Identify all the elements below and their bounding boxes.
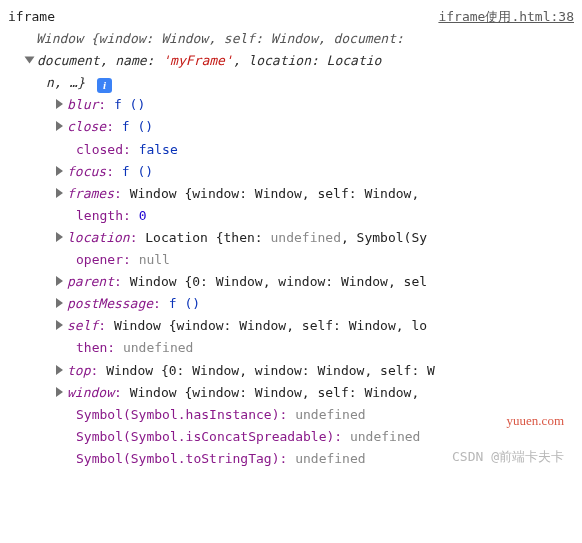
prop-row[interactable]: location: Location {then: undefined, Sym…: [8, 227, 574, 249]
chevron-down-icon[interactable]: [25, 57, 35, 64]
info-icon[interactable]: i: [97, 78, 112, 93]
chevron-right-icon: [56, 232, 63, 242]
chevron-right-icon: [56, 121, 63, 131]
watermark-text: CSDN @前端卡夫卡: [452, 446, 564, 468]
prop-row[interactable]: postMessage: f (): [8, 293, 574, 315]
chevron-right-icon: [56, 365, 63, 375]
prop-row[interactable]: window: Window {window: Window, self: Wi…: [8, 382, 574, 404]
prop-row: then: undefined: [8, 337, 574, 359]
watermark-text: yuuen.com: [507, 410, 564, 432]
chevron-right-icon: [56, 298, 63, 308]
object-preview-line1: Window {window: Window, self: Window, do…: [8, 28, 574, 50]
prop-row[interactable]: frames: Window {window: Window, self: Wi…: [8, 183, 574, 205]
chevron-right-icon: [56, 387, 63, 397]
prop-row[interactable]: blur: f (): [8, 94, 574, 116]
prop-row[interactable]: close: f (): [8, 116, 574, 138]
source-link[interactable]: iframe使用.html:38: [438, 6, 574, 28]
log-label: iframe: [8, 6, 55, 28]
chevron-right-icon: [56, 276, 63, 286]
prop-row: length: 0: [8, 205, 574, 227]
prop-row: Symbol(Symbol.isConcatSpreadable): undef…: [8, 426, 574, 448]
prop-row[interactable]: focus: f (): [8, 161, 574, 183]
object-preview-line2[interactable]: document, name: 'myFrame', location: Loc…: [37, 53, 381, 68]
chevron-right-icon: [56, 188, 63, 198]
chevron-right-icon: [56, 320, 63, 330]
prop-row: closed: false: [8, 139, 574, 161]
prop-row[interactable]: top: Window {0: Window, window: Window, …: [8, 360, 574, 382]
chevron-right-icon: [56, 99, 63, 109]
prop-row: opener: null: [8, 249, 574, 271]
object-preview-line3: n, …}: [46, 75, 85, 90]
prop-row: Symbol(Symbol.hasInstance): undefined: [8, 404, 574, 426]
chevron-right-icon: [56, 166, 63, 176]
prop-row[interactable]: self: Window {window: Window, self: Wind…: [8, 315, 574, 337]
prop-row[interactable]: parent: Window {0: Window, window: Windo…: [8, 271, 574, 293]
